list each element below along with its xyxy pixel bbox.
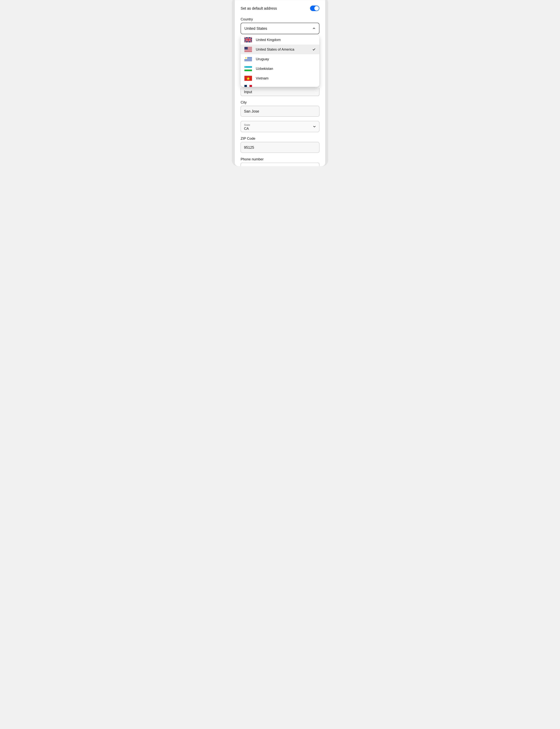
- svg-rect-27: [244, 85, 247, 87]
- country-select[interactable]: United States: [241, 23, 319, 34]
- flag-uy-icon: [244, 56, 252, 62]
- country-option-uz[interactable]: Uzbekistan: [241, 64, 319, 74]
- svg-point-24: [245, 66, 246, 67]
- svg-rect-10: [244, 50, 252, 51]
- country-option-uk[interactable]: United Kingdom: [241, 35, 319, 45]
- flag-us-icon: [244, 47, 252, 52]
- zip-group: ZIP Code 95125: [241, 137, 319, 153]
- zip-input[interactable]: 95125: [241, 142, 319, 153]
- country-option-label: Uruguay: [256, 57, 316, 61]
- country-label: Country: [241, 17, 319, 21]
- svg-rect-29: [250, 85, 252, 87]
- default-address-label: Set as default address: [241, 6, 277, 11]
- flag-vn-icon: [244, 76, 252, 81]
- flag-uk-icon: [244, 37, 252, 42]
- svg-rect-28: [247, 85, 249, 87]
- country-group: Country United States: [241, 17, 319, 34]
- default-address-toggle[interactable]: [310, 6, 319, 11]
- svg-rect-4: [244, 39, 252, 40]
- check-icon: [312, 48, 316, 51]
- country-option-us[interactable]: United States of America: [241, 45, 319, 54]
- city-input[interactable]: San Jose: [241, 106, 319, 117]
- svg-rect-22: [244, 70, 252, 71]
- street-input-partial[interactable]: Input: [241, 88, 319, 96]
- country-dropdown[interactable]: United Kingdom United States of Am: [241, 35, 319, 87]
- phone-input-partial[interactable]: [241, 163, 319, 166]
- zip-label: ZIP Code: [241, 137, 319, 141]
- svg-rect-16: [244, 60, 252, 60]
- country-option-next[interactable]: [241, 83, 319, 87]
- state-mini-label: State: [244, 124, 316, 126]
- state-value: CA: [244, 127, 316, 131]
- country-option-label: Vietnam: [256, 76, 316, 80]
- toggle-knob: [314, 6, 319, 11]
- country-option-vn[interactable]: Vietnam: [241, 74, 319, 83]
- svg-rect-11: [244, 51, 252, 51]
- city-value: San Jose: [244, 109, 259, 113]
- country-option-label: United States of America: [256, 47, 309, 51]
- zip-value: 95125: [244, 145, 254, 150]
- svg-rect-9: [244, 50, 252, 50]
- chevron-up-icon: [312, 27, 316, 30]
- default-address-row: Set as default address: [241, 6, 319, 11]
- device-frame: Set as default address Country United St…: [232, 0, 328, 166]
- svg-rect-17: [244, 61, 252, 61]
- svg-point-19: [245, 57, 246, 59]
- country-selected-value: United States: [244, 26, 267, 31]
- country-option-label: Uzbekistan: [256, 67, 316, 71]
- street-input-value: Input: [244, 90, 252, 94]
- flag-uz-icon: [244, 66, 252, 71]
- screen: Set as default address Country United St…: [235, 0, 325, 166]
- svg-rect-12: [244, 47, 248, 50]
- country-option-label: United Kingdom: [256, 38, 316, 42]
- phone-group: Phone number: [241, 157, 319, 166]
- city-label: City: [241, 100, 319, 104]
- phone-label: Phone number: [241, 157, 319, 161]
- flag-partial-icon: [244, 85, 252, 87]
- state-select[interactable]: State CA: [241, 121, 319, 132]
- form-lower-section: Input City San Jose State CA ZIP Code: [241, 88, 319, 166]
- city-group: City San Jose: [241, 100, 319, 117]
- chevron-down-icon: [313, 125, 316, 128]
- country-option-uy[interactable]: Uruguay: [241, 54, 319, 64]
- svg-rect-21: [244, 68, 252, 70]
